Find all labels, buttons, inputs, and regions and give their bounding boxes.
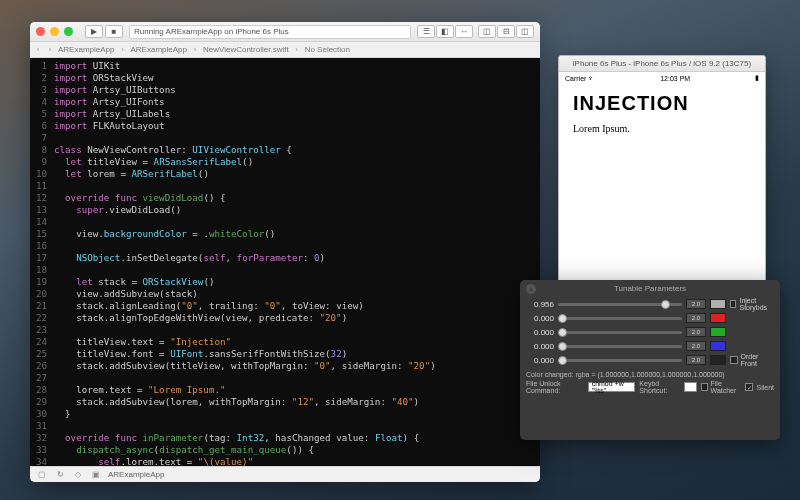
left-panel-button[interactable]: ◫ xyxy=(478,25,496,38)
slider-row: 0.9562.0 xyxy=(526,297,726,311)
slider-row: 0.0002.0 xyxy=(526,339,726,353)
xcode-window: ▶ ■ Running ARExampleApp on iPhone 6s Pl… xyxy=(30,22,540,482)
checkbox-icon[interactable] xyxy=(730,300,736,308)
assistant-button[interactable]: ◧ xyxy=(436,25,454,38)
right-panel-button[interactable]: ◫ xyxy=(516,25,534,38)
slider-value: 0.000 xyxy=(526,328,554,337)
slider-row: 0.0002.0 xyxy=(526,325,726,339)
color-readout: Color changed: rgba = (1.000000,1.000000… xyxy=(526,371,774,378)
slider-row: 0.0002.0 xyxy=(526,311,726,325)
back-button[interactable]: ‹ xyxy=(34,45,42,54)
slider-group: 0.9562.00.0002.00.0002.00.0002.00.0002.0 xyxy=(526,297,726,367)
slider[interactable] xyxy=(558,303,682,306)
chevron-icon: › xyxy=(118,45,126,54)
slider-max[interactable]: 2.0 xyxy=(686,327,706,337)
battery-icon: ▮ xyxy=(755,74,759,82)
scm-icon[interactable]: ◇ xyxy=(72,469,84,481)
color-swatch[interactable] xyxy=(710,327,726,337)
close-icon[interactable]: × xyxy=(526,284,536,294)
editor-mode-button[interactable]: ☰ xyxy=(417,25,435,38)
silent-check[interactable]: ✓Silent xyxy=(745,383,774,391)
clock-label: 12:03 PM xyxy=(660,75,690,82)
slider-max[interactable]: 2.0 xyxy=(686,341,706,351)
unlock-field[interactable]: chmod +w "%s" xyxy=(588,382,636,392)
file-watcher-check[interactable]: File Watcher xyxy=(701,380,742,394)
panel-options: Inject Storybds Order Front xyxy=(730,297,774,367)
breadcrumb-segment[interactable]: ARExampleApp xyxy=(130,45,186,54)
checkbox-icon[interactable] xyxy=(730,356,738,364)
bottom-project-label: ARExampleApp xyxy=(108,470,164,479)
slider-value: 0.000 xyxy=(526,342,554,351)
jump-bar[interactable]: ‹ › ARExampleApp › ARExampleApp › NewVie… xyxy=(30,42,540,58)
tunable-panel: × Tunable Parameters 0.9562.00.0002.00.0… xyxy=(520,280,780,440)
version-button[interactable]: ↔ xyxy=(455,25,473,38)
activity-status: Running ARExampleApp on iPhone 6s Plus xyxy=(129,25,411,39)
window-controls xyxy=(36,27,73,36)
slider-value: 0.956 xyxy=(526,300,554,309)
chevron-icon: › xyxy=(293,45,301,54)
order-front-check[interactable]: Order Front xyxy=(730,353,774,367)
panel-title: × Tunable Parameters xyxy=(526,284,774,293)
slider[interactable] xyxy=(558,359,682,362)
folder-icon[interactable]: ▣ xyxy=(90,469,102,481)
forward-button[interactable]: › xyxy=(46,45,54,54)
slider-value: 0.000 xyxy=(526,314,554,323)
inject-storyboards-check[interactable]: Inject Storybds xyxy=(730,297,774,311)
toolbar-right: ☰ ◧ ↔ ◫ ⊟ ◫ xyxy=(417,25,534,38)
slider-max[interactable]: 2.0 xyxy=(686,355,706,365)
slider[interactable] xyxy=(558,317,682,320)
code-editor[interactable]: 1234567891011121314151617181920212223242… xyxy=(30,58,540,466)
close-icon[interactable] xyxy=(36,27,45,36)
unlock-label: File Unlock Command: xyxy=(526,380,584,394)
breadcrumb-segment[interactable]: NewViewController.swift xyxy=(203,45,289,54)
app-body-text: Lorem Ipsum. xyxy=(573,123,751,134)
code-content[interactable]: import UIKit import ORStackView import A… xyxy=(50,58,540,466)
bottom-bar: ▢ ↻ ◇ ▣ ARExampleApp xyxy=(30,466,540,482)
filter-icon[interactable]: ▢ xyxy=(36,469,48,481)
zoom-icon[interactable] xyxy=(64,27,73,36)
run-button[interactable]: ▶ xyxy=(85,25,103,38)
color-swatch[interactable] xyxy=(710,341,726,351)
xcode-titlebar: ▶ ■ Running ARExampleApp on iPhone 6s Pl… xyxy=(30,22,540,42)
simulator-title: iPhone 6s Plus - iPhone 6s Plus / iOS 9.… xyxy=(559,56,765,72)
chevron-icon: › xyxy=(191,45,199,54)
status-bar: Carrier ᯤ 12:03 PM ▮ xyxy=(559,72,765,84)
run-controls: ▶ ■ xyxy=(85,25,123,38)
keybd-field[interactable] xyxy=(684,382,697,392)
app-heading: INJECTION xyxy=(573,92,751,115)
breadcrumb-segment[interactable]: ARExampleApp xyxy=(58,45,114,54)
breadcrumb-segment[interactable]: No Selection xyxy=(305,45,350,54)
slider[interactable] xyxy=(558,331,682,334)
line-gutter: 1234567891011121314151617181920212223242… xyxy=(30,58,50,466)
slider-max[interactable]: 2.0 xyxy=(686,299,706,309)
color-swatch[interactable] xyxy=(710,313,726,323)
recent-icon[interactable]: ↻ xyxy=(54,469,66,481)
slider[interactable] xyxy=(558,345,682,348)
bottom-panel-button[interactable]: ⊟ xyxy=(497,25,515,38)
color-swatch[interactable] xyxy=(710,299,726,309)
color-swatch[interactable] xyxy=(710,355,726,365)
keybd-label: Keybd Shortcut: xyxy=(639,380,680,394)
slider-max[interactable]: 2.0 xyxy=(686,313,706,323)
carrier-label: Carrier ᯤ xyxy=(565,75,595,82)
slider-value: 0.000 xyxy=(526,356,554,365)
stop-button[interactable]: ■ xyxy=(105,25,123,38)
slider-row: 0.0002.0 xyxy=(526,353,726,367)
minimize-icon[interactable] xyxy=(50,27,59,36)
